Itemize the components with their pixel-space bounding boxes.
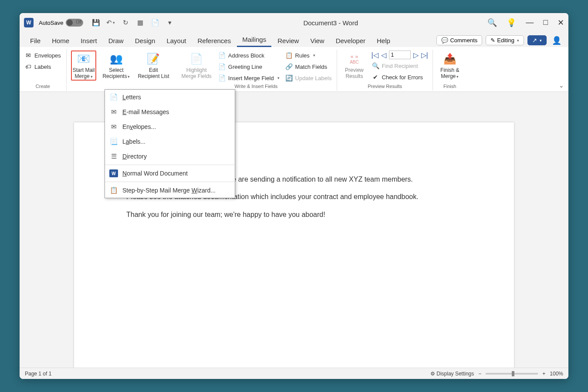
zoom-in-button[interactable]: + xyxy=(542,371,545,377)
directory-icon: ☰ xyxy=(109,152,118,160)
tab-insert[interactable]: Insert xyxy=(75,34,102,47)
group-label: Preview Results xyxy=(341,83,428,91)
prev-record-icon[interactable]: ◁ xyxy=(381,51,386,59)
group-create: ✉Envelopes 🏷Labels Create xyxy=(20,50,67,91)
zoom-out-button[interactable]: − xyxy=(478,371,481,377)
finish-merge-button[interactable]: 📤 Finish & Merge▾ xyxy=(437,51,463,81)
close-button[interactable]: ✕ xyxy=(558,18,564,27)
labels-button[interactable]: 🏷Labels xyxy=(24,62,62,71)
rules-button[interactable]: 📋Rules▾ xyxy=(285,51,333,60)
update-labels-button[interactable]: 🔄Update Labels xyxy=(285,73,333,83)
dd-email[interactable]: ✉E-mail Messages xyxy=(105,105,235,119)
greeting-line-button[interactable]: 📄Greeting Line xyxy=(218,62,280,71)
customize-qat-icon[interactable]: ▾ xyxy=(166,19,174,27)
document-title: Document3 - Word xyxy=(179,19,482,27)
group-finish: 📤 Finish & Merge▾ Finish xyxy=(433,50,467,91)
tab-home[interactable]: Home xyxy=(47,34,74,47)
start-mail-merge-dropdown: 📄Letters ✉E-mail Messages ✉Envelopes... … xyxy=(105,89,235,198)
document-canvas[interactable]: This is the content for our letter. We a… xyxy=(20,92,568,368)
titlebar: W AutoSave Off 💾 ↶▾ ↻ ▦ 📄 ▾ Document3 - … xyxy=(20,13,568,32)
preview-results-button[interactable]: « »ABC Preview Results xyxy=(341,51,367,81)
match-icon: 🔗 xyxy=(286,63,293,70)
email-icon: ✉ xyxy=(109,108,118,116)
insert-merge-field-button[interactable]: 📄Insert Merge Field ▾ xyxy=(218,73,280,83)
redo-icon[interactable]: ↻ xyxy=(122,19,129,27)
group-label: Create xyxy=(24,83,62,91)
minimize-button[interactable]: — xyxy=(526,18,534,27)
autosave-label: AutoSave xyxy=(39,20,63,26)
zoom-level[interactable]: 100% xyxy=(550,371,563,377)
mail-merge-icon: 📧 xyxy=(76,51,91,66)
find-recipient-button[interactable]: 🔍Find Recipient xyxy=(371,61,428,71)
tab-references[interactable]: References xyxy=(192,34,236,47)
edit-recipient-list-button[interactable]: 📝 Edit Recipient List xyxy=(136,51,171,81)
statusbar: Page 1 of 1 ⚙ Display Settings − + 100% xyxy=(20,368,568,379)
collapse-ribbon-icon[interactable]: ⌄ xyxy=(559,82,564,89)
help-lightbulb-icon[interactable]: 💡 xyxy=(507,18,516,27)
save-icon[interactable]: 💾 xyxy=(92,19,100,27)
next-record-icon[interactable]: ▷ xyxy=(413,51,419,59)
tab-review[interactable]: Review xyxy=(272,34,304,47)
tab-file[interactable]: File xyxy=(25,34,46,47)
group-preview: « »ABC Preview Results |◁ ◁ ▷ ▷| 🔍Find R… xyxy=(337,50,433,91)
word-doc-icon: W xyxy=(109,169,118,177)
word-app-icon: W xyxy=(24,18,34,27)
display-settings-button[interactable]: ⚙ Display Settings xyxy=(430,371,474,377)
tabs-right: 💬 Comments ✎ Editing ▾ ↗▾ 👤 xyxy=(436,35,563,47)
tab-developer[interactable]: Developer xyxy=(331,34,371,47)
tab-draw[interactable]: Draw xyxy=(103,34,129,47)
quick-print-icon[interactable]: 📄 xyxy=(151,19,159,27)
record-navigation: |◁ ◁ ▷ ▷| xyxy=(371,51,428,59)
dd-normal-doc[interactable]: WNormal Word Document xyxy=(105,166,235,181)
separator xyxy=(105,182,235,182)
last-record-icon[interactable]: ▷| xyxy=(421,51,428,59)
wizard-icon: 📋 xyxy=(109,186,118,194)
tab-design[interactable]: Design xyxy=(130,34,161,47)
tab-view[interactable]: View xyxy=(305,34,329,47)
address-block-button[interactable]: 📄Address Block xyxy=(218,51,280,60)
dd-envelopes[interactable]: ✉Envelopes... xyxy=(105,119,235,134)
tab-layout[interactable]: Layout xyxy=(161,34,191,47)
dd-letters[interactable]: 📄Letters xyxy=(105,90,235,105)
toggle-switch-icon[interactable]: Off xyxy=(66,19,83,27)
undo-icon[interactable]: ↶▾ xyxy=(107,19,115,27)
group-start-mail-merge: 📧 Start Mail Merge▾ 👥 Select Recipients▾… xyxy=(67,50,176,91)
update-icon: 🔄 xyxy=(286,74,293,81)
select-recipients-button[interactable]: 👥 Select Recipients▾ xyxy=(101,51,132,81)
tab-help[interactable]: Help xyxy=(372,34,395,47)
edit-list-icon: 📝 xyxy=(146,51,161,66)
first-record-icon[interactable]: |◁ xyxy=(371,51,378,59)
check-icon: ✔ xyxy=(372,74,379,81)
check-errors-button[interactable]: ✔Check for Errors xyxy=(371,72,428,82)
highlight-merge-fields-button[interactable]: 📄 Highlight Merge Fields xyxy=(179,51,213,81)
find-icon: 🔍 xyxy=(372,62,379,69)
envelope-icon: ✉ xyxy=(25,52,32,59)
tab-mailings[interactable]: Mailings xyxy=(237,33,271,47)
dd-wizard[interactable]: 📋Step-by-Step Mail Merge Wizard... xyxy=(105,183,235,198)
page-width-icon[interactable]: ▦ xyxy=(136,19,144,27)
envelopes-button[interactable]: ✉Envelopes xyxy=(24,51,62,60)
page-indicator[interactable]: Page 1 of 1 xyxy=(25,371,51,377)
account-icon[interactable]: 👤 xyxy=(550,36,563,45)
maximize-button[interactable]: □ xyxy=(543,18,548,27)
labels-icon: 🏷 xyxy=(25,63,32,70)
search-icon[interactable]: 🔍 xyxy=(487,18,497,27)
dd-labels[interactable]: 📃Labels... xyxy=(105,134,235,149)
comments-button[interactable]: 💬 Comments xyxy=(436,35,482,45)
start-mail-merge-button[interactable]: 📧 Start Mail Merge▾ xyxy=(71,51,97,81)
record-number-input[interactable] xyxy=(389,51,411,59)
dd-directory[interactable]: ☰Directory xyxy=(105,149,235,164)
match-fields-button[interactable]: 🔗Match Fields xyxy=(285,62,333,71)
zoom-slider[interactable] xyxy=(486,373,538,375)
address-icon: 📄 xyxy=(219,52,226,59)
paragraph[interactable]: Thank you for joining our team; we're ha… xyxy=(126,210,462,220)
share-button[interactable]: ↗▾ xyxy=(527,35,547,45)
ribbon-tabs: File Home Insert Draw Design Layout Refe… xyxy=(20,32,568,47)
editing-mode-button[interactable]: ✎ Editing ▾ xyxy=(486,35,524,45)
group-write-insert: 📄 Highlight Merge Fields 📄Address Block … xyxy=(175,50,337,91)
preview-icon: « »ABC xyxy=(347,51,362,66)
group-label: Finish xyxy=(437,83,463,91)
autosave-toggle[interactable]: AutoSave Off xyxy=(39,19,83,27)
label-icon: 📃 xyxy=(109,138,118,145)
finish-icon: 📤 xyxy=(443,51,457,66)
